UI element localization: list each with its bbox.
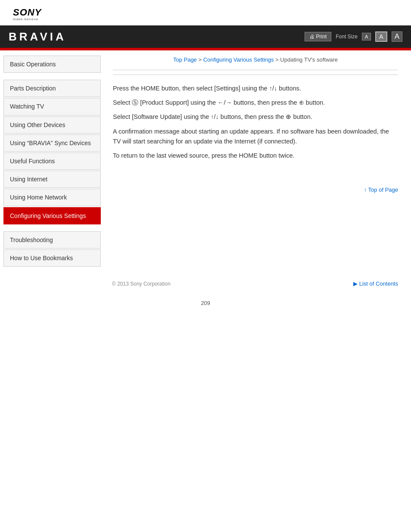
sidebar-item-how-to-use-bookmarks[interactable]: How to Use Bookmarks bbox=[3, 249, 101, 267]
sidebar-item-troubleshooting[interactable]: Troubleshooting bbox=[3, 231, 101, 249]
footer-list-of-contents[interactable]: ▶ List of Contents bbox=[353, 280, 398, 287]
footer-links: ▶ List of Contents bbox=[353, 280, 398, 287]
article-content: Press the HOME button, then select [Sett… bbox=[113, 79, 398, 174]
article-para5: To return to the last viewed source, pre… bbox=[113, 151, 398, 161]
breadcrumb: Top Page > Configuring Various Settings … bbox=[113, 55, 398, 65]
sidebar-item-basic-operations[interactable]: Basic Operations bbox=[3, 56, 101, 73]
sony-tagline: make.believe bbox=[13, 17, 398, 21]
content-hr-top bbox=[113, 70, 398, 70]
breadcrumb-top-page[interactable]: Top Page bbox=[173, 56, 197, 63]
print-label: Print bbox=[316, 34, 327, 40]
sidebar-divider-1 bbox=[0, 74, 104, 79]
logo-area: SONY make.believe bbox=[0, 0, 411, 25]
bravia-title: BRAVIA bbox=[9, 30, 66, 44]
page-footer: © 2013 Sony Corporation ▶ List of Conten… bbox=[0, 276, 411, 291]
main-layout: Basic Operations Parts Description Watch… bbox=[0, 50, 411, 272]
breadcrumb-section[interactable]: Configuring Various Settings bbox=[203, 56, 274, 63]
sidebar-item-using-home-network[interactable]: Using Home Network bbox=[3, 189, 101, 206]
article-para3: Select [Software Update] using the ↑/↓ b… bbox=[113, 112, 398, 122]
breadcrumb-current: Updating TV's software bbox=[280, 56, 338, 63]
article-para1: Press the HOME button, then select [Sett… bbox=[113, 84, 398, 93]
page-number: 209 bbox=[0, 291, 411, 311]
banner-right: 🖨 Print Font Size A A A bbox=[305, 31, 402, 42]
font-medium-button[interactable]: A bbox=[375, 31, 387, 42]
bravia-banner: BRAVIA 🖨 Print Font Size A A A bbox=[0, 25, 411, 48]
copyright: © 2013 Sony Corporation bbox=[112, 281, 171, 287]
font-small-button[interactable]: A bbox=[362, 33, 371, 40]
print-button[interactable]: 🖨 Print bbox=[305, 32, 332, 41]
font-large-button[interactable]: A bbox=[392, 31, 402, 42]
breadcrumb-sep1: > bbox=[197, 56, 203, 63]
sidebar: Basic Operations Parts Description Watch… bbox=[0, 50, 104, 272]
print-icon: 🖨 bbox=[309, 34, 314, 40]
top-of-page-link[interactable]: ↑ Top of Page bbox=[364, 187, 398, 193]
sony-logo: SONY bbox=[13, 8, 398, 17]
content-hr-top2 bbox=[113, 75, 398, 75]
sidebar-item-parts-description[interactable]: Parts Description bbox=[3, 80, 101, 97]
breadcrumb-sep2: > bbox=[274, 56, 280, 63]
sidebar-item-using-bravia-sync[interactable]: Using “BRAVIA” Sync Devices bbox=[3, 134, 101, 152]
sidebar-item-configuring-settings[interactable]: Configuring Various Settings bbox=[3, 207, 101, 224]
sidebar-item-using-internet[interactable]: Using Internet bbox=[3, 171, 101, 188]
content-area: Top Page > Configuring Various Settings … bbox=[104, 50, 411, 272]
font-size-label: Font Size bbox=[336, 34, 358, 40]
article-para2: Select Ⓢ [Product Support] using the ←/→… bbox=[113, 98, 398, 108]
bottom-nav: ↑ Top of Page bbox=[113, 187, 398, 193]
sidebar-item-useful-functions[interactable]: Useful Functions bbox=[3, 152, 101, 170]
sidebar-item-watching-tv[interactable]: Watching TV bbox=[3, 98, 101, 115]
sidebar-divider-2 bbox=[0, 225, 104, 230]
sidebar-item-using-other-devices[interactable]: Using Other Devices bbox=[3, 116, 101, 134]
article-para4: A confirmation message about starting an… bbox=[113, 127, 398, 146]
